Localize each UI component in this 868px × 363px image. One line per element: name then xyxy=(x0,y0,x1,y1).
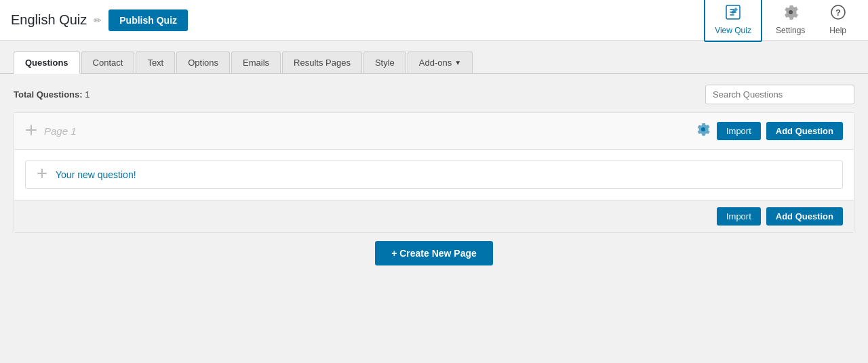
header-right: View Quiz Settings ? Help xyxy=(704,0,857,42)
settings-action[interactable]: Settings xyxy=(765,0,816,42)
tab-options[interactable]: Options xyxy=(176,51,230,73)
chevron-down-icon: ▼ xyxy=(454,59,461,66)
search-questions-input[interactable] xyxy=(705,85,854,104)
page-label: Page 1 xyxy=(44,125,77,137)
settings-icon xyxy=(783,5,798,23)
tab-emails[interactable]: Emails xyxy=(231,51,281,73)
total-questions-label: Total Questions: 1 xyxy=(14,89,90,100)
tab-add-ons[interactable]: Add-ons ▼ xyxy=(408,51,473,73)
help-label: Help xyxy=(829,26,846,35)
page-footer: Import Add Question xyxy=(14,200,854,232)
svg-text:?: ? xyxy=(835,7,841,18)
tab-text[interactable]: Text xyxy=(136,51,175,73)
page-add-question-button[interactable]: Add Question xyxy=(766,122,843,140)
help-icon: ? xyxy=(831,5,846,23)
header-left: English Quiz ✏ Publish Quiz xyxy=(11,9,188,31)
create-new-page-button[interactable]: + Create New Page xyxy=(375,241,493,265)
publish-quiz-button[interactable]: Publish Quiz xyxy=(108,9,188,31)
page-title: English Quiz xyxy=(11,12,87,28)
help-action[interactable]: ? Help xyxy=(818,0,857,42)
view-quiz-icon xyxy=(726,5,741,23)
view-quiz-label: View Quiz xyxy=(715,26,751,35)
question-drag-icon[interactable] xyxy=(37,168,47,182)
page-header-right: Import Add Question xyxy=(695,121,843,141)
page-header: Page 1 Import Add Question xyxy=(14,113,854,149)
content-area: Total Questions: 1 Page 1 xyxy=(0,74,868,276)
page-drag-icon[interactable] xyxy=(25,124,37,139)
page-header-left: Page 1 xyxy=(25,124,77,139)
questions-header: Total Questions: 1 xyxy=(14,85,854,104)
page-import-button[interactable]: Import xyxy=(717,122,761,140)
create-page-area: + Create New Page xyxy=(14,241,854,265)
tab-questions[interactable]: Questions xyxy=(14,51,80,74)
page-settings-button[interactable] xyxy=(695,121,711,141)
view-quiz-action[interactable]: View Quiz xyxy=(704,0,762,42)
app-header: English Quiz ✏ Publish Quiz View Quiz xyxy=(0,0,868,41)
questions-list: Your new question! xyxy=(14,149,854,200)
footer-add-question-button[interactable]: Add Question xyxy=(766,207,843,226)
tab-results-pages[interactable]: Results Pages xyxy=(282,51,362,73)
tab-style[interactable]: Style xyxy=(363,51,406,73)
tab-contact[interactable]: Contact xyxy=(81,51,135,73)
footer-import-button[interactable]: Import xyxy=(717,207,761,226)
edit-icon[interactable]: ✏ xyxy=(94,15,102,26)
question-item: Your new question! xyxy=(25,161,843,189)
page-container: Page 1 Import Add Question xyxy=(14,112,854,233)
question-text[interactable]: Your new question! xyxy=(56,169,136,180)
tabs-bar: Questions Contact Text Options Emails Re… xyxy=(0,41,868,74)
settings-label: Settings xyxy=(776,26,805,35)
